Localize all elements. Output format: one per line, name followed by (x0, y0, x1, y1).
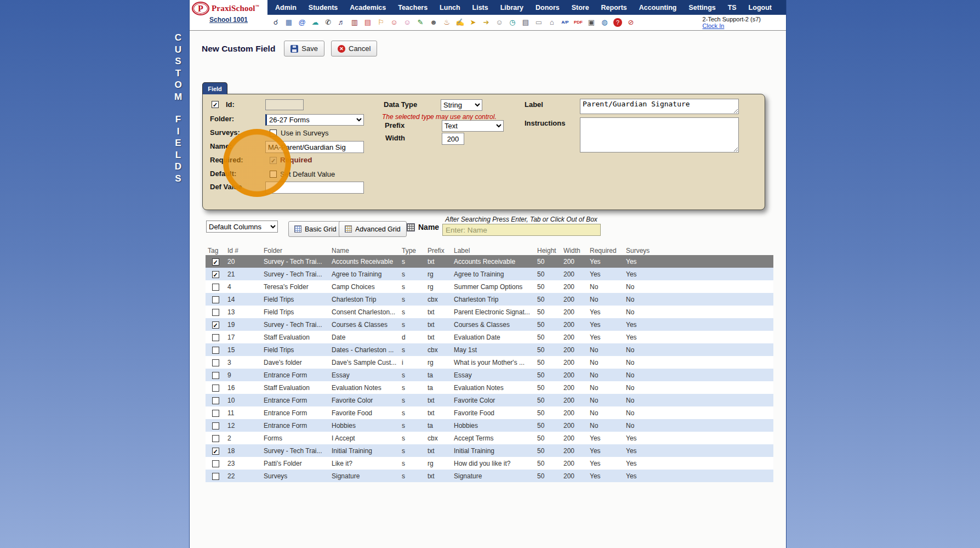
row-tag-checkbox[interactable] (212, 347, 219, 354)
def-value-input[interactable] (265, 182, 364, 194)
office-icon[interactable]: ⌂ (546, 17, 558, 28)
lunch-icon[interactable]: ♨ (441, 17, 453, 28)
table-row[interactable]: 4Teresa's FolderCamp ChoicessrgSummer Ca… (206, 280, 773, 293)
clock-icon[interactable]: ◷ (506, 17, 519, 28)
label-input[interactable]: Parent/Guardian Signature (580, 99, 739, 114)
mobile-phone-icon[interactable]: ✆ (322, 17, 334, 28)
row-tag-checkbox[interactable] (212, 284, 219, 291)
notes-icon[interactable]: ✍ (454, 17, 466, 28)
school-link[interactable]: School 1001 (192, 16, 265, 24)
media-icon[interactable]: ▥ (349, 17, 361, 28)
cancel-button[interactable]: ✕ Cancel (331, 41, 377, 57)
folder-select[interactable]: 26-27 Forms (265, 114, 364, 126)
column-header-id-[interactable]: Id # (225, 246, 261, 255)
report-icon[interactable]: ▤ (520, 17, 532, 28)
data-type-select[interactable]: String (441, 99, 482, 111)
nav-item-accounting[interactable]: Accounting (639, 4, 677, 12)
table-row[interactable]: 22SurveysSignaturestxtSignature50200YesY… (206, 470, 773, 482)
row-tag-checkbox[interactable]: ✓ (212, 271, 219, 278)
column-header-width[interactable]: Width (561, 246, 588, 255)
nav-item-academics[interactable]: Academics (350, 4, 386, 12)
table-row[interactable]: 15Field TripsDates - Charleston ...scbxM… (206, 343, 773, 356)
row-tag-checkbox[interactable] (212, 334, 219, 341)
search-icon[interactable]: ☌ (270, 17, 282, 28)
id-card-icon[interactable]: ▭ (533, 17, 545, 28)
row-tag-checkbox[interactable] (212, 422, 219, 430)
table-row[interactable]: 13Field TripsConsent Charleston...stxtPa… (206, 306, 773, 318)
column-header-name[interactable]: Name (329, 246, 400, 255)
nav-item-lunch[interactable]: Lunch (440, 4, 460, 12)
table-row[interactable]: 16Staff EvaluationEvaluation NotesstaEva… (206, 381, 773, 394)
nav-item-admin[interactable]: Admin (275, 4, 297, 12)
speaker-icon[interactable]: ♬ (335, 17, 347, 28)
save-button[interactable]: Save (284, 41, 324, 57)
nav-item-logout[interactable]: Logout (749, 4, 772, 12)
people-icon[interactable]: ☻ (428, 17, 440, 28)
nav-item-ts[interactable]: TS (728, 4, 737, 12)
stop-icon[interactable]: ⊘ (625, 17, 637, 28)
use-in-surveys-checkbox[interactable] (270, 129, 277, 137)
column-header-label[interactable]: Label (452, 246, 535, 255)
row-tag-checkbox[interactable] (212, 410, 219, 417)
help-icon[interactable]: ? (613, 18, 622, 27)
table-row[interactable]: ✓20Survey - Tech Trai...Accounts Receiva… (206, 255, 773, 268)
chat-icon[interactable]: ☁ (309, 17, 321, 28)
table-row[interactable]: 2FormsI AcceptscbxAccept Terms50200YesYe… (206, 432, 773, 444)
column-header-folder[interactable]: Folder (261, 246, 329, 255)
prefix-select[interactable]: Text (442, 120, 504, 132)
column-header-type[interactable]: Type (400, 246, 425, 255)
row-tag-checkbox[interactable] (212, 435, 219, 442)
web-icon[interactable]: ◍ (599, 17, 611, 28)
table-row[interactable]: 14Field TripsCharleston TripscbxCharlest… (206, 293, 773, 306)
horn-icon[interactable]: ➤ (467, 17, 479, 28)
accounts-payable-icon[interactable]: A/P (559, 17, 571, 28)
student-icon[interactable]: ☺ (388, 17, 400, 28)
row-tag-checkbox[interactable] (212, 473, 219, 480)
row-tag-checkbox[interactable] (212, 460, 219, 467)
nav-item-teachers[interactable]: Teachers (398, 4, 428, 12)
nav-item-library[interactable]: Library (500, 4, 523, 12)
table-row[interactable]: 17Staff EvaluationDatedtxtEvaluation Dat… (206, 331, 773, 343)
basic-grid-button[interactable]: Basic Grid (288, 221, 343, 237)
row-tag-checkbox[interactable] (212, 372, 219, 379)
nav-item-settings[interactable]: Settings (688, 4, 715, 12)
advanced-grid-button[interactable]: Advanced Grid (339, 221, 407, 237)
column-header-height[interactable]: Height (535, 246, 561, 255)
parent-icon[interactable]: ☺ (401, 17, 413, 28)
nav-item-donors[interactable]: Donors (535, 4, 560, 12)
column-header-required[interactable]: Required (588, 246, 624, 255)
table-row[interactable]: ✓18Survey - Tech Trai...Initial Training… (206, 444, 773, 457)
nav-item-students[interactable]: Students (309, 4, 338, 12)
table-row[interactable]: 12Entrance FormHobbiesstaHobbies50200NoN… (206, 419, 773, 432)
gradebook-icon[interactable]: ✎ (414, 17, 426, 28)
row-tag-checkbox[interactable]: ✓ (212, 321, 219, 329)
table-row[interactable]: 11Entrance FormFavorite FoodstxtFavorite… (206, 406, 773, 419)
table-row[interactable]: 23Patti's FolderLike it?srgHow did you l… (206, 457, 773, 470)
nav-item-lists[interactable]: Lists (472, 4, 488, 12)
clock-in-link[interactable]: Clock In (703, 22, 761, 29)
instructions-input[interactable] (580, 117, 739, 152)
megaphone-icon[interactable]: ⚐ (375, 17, 387, 28)
columns-preset-select[interactable]: Default Columns (206, 221, 278, 233)
tab-field[interactable]: Field (202, 82, 227, 94)
brand-logo[interactable]: P PraxiSchool™ School 1001 (190, 0, 267, 31)
table-row[interactable]: 10Entrance FormFavorite ColorstxtFavorit… (206, 394, 773, 406)
row-tag-checkbox[interactable]: ✓ (212, 448, 219, 455)
table-row[interactable]: 9Entrance FormEssaystaEssay50200NoNo (206, 369, 773, 381)
printer-icon[interactable]: ▣ (585, 17, 597, 28)
nav-item-reports[interactable]: Reports (601, 4, 627, 12)
table-row[interactable]: ✓19Survey - Tech Trai...Courses & Classe… (206, 318, 773, 331)
required-checkbox[interactable]: ✓ (270, 157, 277, 164)
column-header-tag[interactable]: Tag (206, 246, 225, 255)
column-header-surveys[interactable]: Surveys (624, 246, 659, 255)
table-row[interactable]: 3Dave's folderDave's Sample Cust...irgWh… (206, 356, 773, 369)
row-tag-checkbox[interactable] (212, 359, 219, 366)
email-icon[interactable]: @ (296, 17, 308, 28)
set-default-checkbox[interactable] (270, 171, 277, 178)
user-icon[interactable]: ☺ (493, 17, 505, 28)
row-tag-checkbox[interactable] (212, 309, 219, 316)
id-checkbox[interactable]: ✓ (212, 101, 219, 108)
table-row[interactable]: ✓21Survey - Tech Trai...Agree to Trainin… (206, 268, 773, 280)
column-header-prefix[interactable]: Prefix (425, 246, 452, 255)
calendar-grid-icon[interactable]: ▦ (283, 17, 295, 28)
